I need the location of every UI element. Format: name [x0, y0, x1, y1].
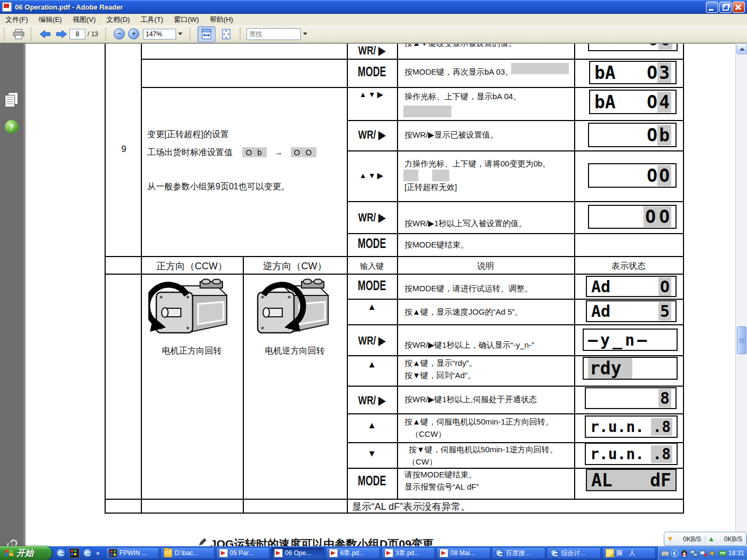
toolbar-grip: [240, 28, 243, 41]
grid-line: [347, 299, 684, 300]
input-key: WR/ ▶: [348, 335, 396, 347]
seg-display: ALdF: [586, 469, 677, 491]
start-button[interactable]: 开始: [0, 546, 52, 560]
help-icon[interactable]: ?: [5, 120, 18, 133]
grid-line: [105, 44, 106, 514]
grid-line: [347, 413, 684, 414]
restore-button[interactable]: [719, 2, 732, 13]
instruction-text: 操作光标、上下键，显示bA 04。: [404, 92, 575, 102]
quicklaunch-ie-icon[interactable]: [56, 548, 66, 558]
seg-display: AdO: [586, 276, 677, 297]
motor-cw-label: 电机逆方向回转: [243, 346, 347, 357]
menu-document[interactable]: 文档(D): [101, 14, 135, 26]
back-arrow-icon: [39, 30, 51, 38]
menu-help[interactable]: 帮助(H): [204, 14, 239, 26]
taskbar-button-folder[interactable]: D:\bac...: [161, 547, 214, 559]
zoom-dropdown-arrow-icon[interactable]: [178, 33, 182, 35]
folder-icon: [164, 549, 172, 557]
grid-line: [105, 274, 684, 275]
grid-line: [347, 120, 684, 121]
volume-icon[interactable]: [709, 549, 717, 557]
seg-display: bAO4: [589, 90, 677, 114]
grid-line: [141, 59, 684, 60]
fit-page-button[interactable]: [218, 27, 235, 42]
taskbar: 开始 » FPWIN ... D:\bac... 05 Par... 06 Op…: [0, 546, 747, 560]
input-key: ▲: [348, 420, 396, 431]
collapse-arrow-icon[interactable]: [671, 549, 679, 557]
vertical-scrollbar[interactable]: [735, 43, 747, 546]
quicklaunch-media-icon[interactable]: [69, 548, 80, 558]
card-icon[interactable]: [719, 549, 727, 557]
taskbar-button-note[interactable]: 脑 人: [602, 547, 656, 559]
zoom-out-button[interactable]: −: [114, 28, 125, 39]
quicklaunch-overflow-chevron[interactable]: »: [96, 549, 100, 557]
document-canvas: 9 变更[正转超程]的设置 工场出货时标准设置值 O b → O O 从一般参数…: [0, 0, 747, 560]
scrollbar-thumb[interactable]: [737, 326, 746, 354]
quicklaunch-app-icon[interactable]: [83, 548, 93, 558]
instruction-text: 请按MODE键结束。: [404, 470, 575, 480]
keyboard-icon[interactable]: [661, 549, 669, 557]
qq-icon[interactable]: [680, 549, 688, 557]
menu-window[interactable]: 窗口(W): [169, 14, 204, 26]
page-number-input[interactable]: [69, 29, 85, 39]
menu-tools[interactable]: 工具(T): [135, 14, 169, 26]
menu-view[interactable]: 视图(V): [67, 14, 101, 26]
instruction-text: 按WR/▶1秒以上写入被设置的值。: [404, 219, 575, 229]
close-button[interactable]: [733, 2, 745, 13]
fit-page-icon: [220, 28, 232, 40]
find-input[interactable]: [247, 28, 301, 40]
next-page-button[interactable]: [53, 27, 69, 41]
network-error-icon[interactable]: [700, 549, 708, 557]
title-bar: 06 Operation.pdf - Adobe Reader: [0, 0, 747, 14]
pdf-file-icon: [385, 549, 393, 557]
instruction-text: 按MODE键结束。: [404, 240, 575, 250]
taskbar-button-pdf-05[interactable]: 05 Par...: [216, 547, 269, 559]
taskbar-button-baidu[interactable]: 百度搜...: [492, 547, 545, 559]
motor-cw-illustration: [250, 278, 336, 343]
menu-edit[interactable]: 编辑(E): [34, 14, 67, 26]
motor-ccw-illustration: [148, 278, 235, 343]
taskbar-button-forum[interactable]: 综合讨...: [547, 547, 600, 559]
net-speed-widget[interactable]: 0KB/S 0KB/S: [664, 532, 746, 546]
seg-display: —y_n—: [583, 329, 678, 351]
input-key: ▼: [348, 449, 396, 459]
grid-line: [347, 324, 684, 325]
taskbar-button-pdf-6zhang[interactable]: 6章.pd...: [326, 547, 379, 559]
instruction-text: 按WR/▶显示已被设置值。: [404, 130, 575, 140]
minimize-button[interactable]: [706, 2, 718, 13]
redacted-highlight: [403, 170, 418, 181]
download-speed: 0KB/S: [664, 535, 705, 543]
zoom-level-value[interactable]: 147%: [143, 29, 176, 39]
taskbar-button-pdf-08[interactable]: 08 Mai...: [436, 547, 490, 559]
zoom-in-button[interactable]: +: [128, 28, 139, 39]
input-key: ▲: [348, 359, 396, 370]
value-from: O b: [242, 147, 266, 157]
taskbar-button-pdf-3zhang[interactable]: 3章.pd...: [382, 547, 435, 559]
instruction-text: 按WR/▶键1秒以上，确认显示“-y_n-”: [404, 340, 575, 350]
menu-bar: 文件(F) 编辑(E) 视图(V) 文档(D) 工具(T) 窗口(W) 帮助(H…: [0, 14, 747, 26]
seg-display: Ob: [588, 123, 677, 147]
find-dropdown-arrow-icon[interactable]: [303, 33, 307, 35]
header-forward-ccw: 正方向（CCW）: [141, 260, 243, 273]
value-to: O O: [291, 147, 317, 157]
redacted-highlight: [432, 170, 449, 181]
network-icon[interactable]: [690, 549, 698, 557]
fit-width-button[interactable]: [197, 26, 216, 42]
input-key: WR/ ▶: [348, 212, 396, 223]
scroll-up-button[interactable]: [736, 43, 747, 54]
pdf-file-icon: [219, 549, 228, 557]
taskbar-button-fpwin[interactable]: FPWIN ...: [106, 547, 159, 559]
previous-page-button[interactable]: [37, 27, 53, 41]
print-button[interactable]: [11, 27, 27, 41]
pages-panel-icon[interactable]: [5, 92, 19, 107]
header-input-key: 输入键: [347, 261, 397, 271]
instruction-text: 按WR/▶键1秒以上,伺服处于开通状态: [404, 395, 575, 405]
upload-arrow-icon: [709, 537, 713, 541]
tray-clock[interactable]: 18:31: [728, 549, 744, 557]
taskbar-button-pdf-06-active[interactable]: 06 Ope...: [271, 547, 324, 559]
redacted-highlight: [403, 106, 451, 117]
grid-line: [347, 201, 684, 202]
menu-file[interactable]: 文件(F): [0, 14, 34, 26]
input-key: ▲: [348, 302, 396, 313]
system-tray: 18:31: [657, 546, 747, 560]
